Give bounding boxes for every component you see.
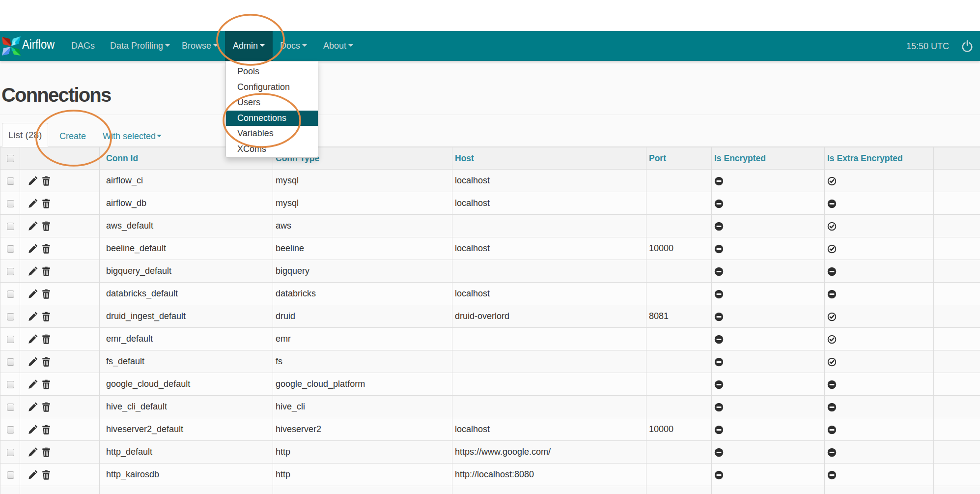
svg-text:Airflow: Airflow: [22, 37, 55, 51]
